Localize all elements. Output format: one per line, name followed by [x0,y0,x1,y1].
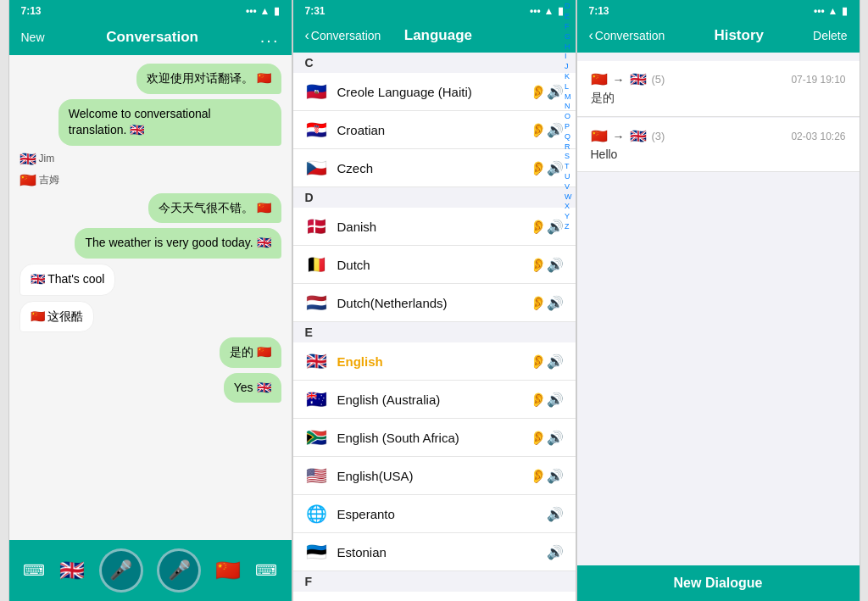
keyboard-right-button[interactable]: ⌨ [255,561,277,580]
section-c: C [293,53,576,73]
listen-icons: 👂🔊 [530,122,564,138]
hist-flags-row: 🇨🇳 → 🇬🇧 (5) 07-19 19:10 [591,71,846,87]
new-dialogue-button[interactable]: New Dialogue [577,565,860,601]
flag-icon: 🇧🇪 [305,254,329,275]
list-item[interactable]: 🇳🇱 Dutch(Netherlands) 👂🔊 [293,284,576,322]
history-list: 🇨🇳 → 🇬🇧 (5) 07-19 19:10 是的 🇨🇳 → 🇬🇧 (3) 0… [577,53,860,601]
name-label-cn: 🇨🇳 吉姆 [19,172,281,188]
hist-date: 07-19 19:10 [791,74,845,86]
signal-icon: ••• [246,5,257,17]
chevron-left-icon: ‹ [305,28,309,43]
listen-icons: 🔊 [547,506,564,522]
listen-icons: 👂🔊 [530,392,564,408]
left-mic-button[interactable]: 🎤 [99,548,143,593]
listen-icons: 👂🔊 [530,295,564,311]
lang-name: Danish [337,220,530,234]
msg-text: Yes [234,381,257,394]
lang-name-selected: English [337,354,530,369]
section-e: E [293,322,576,342]
list-item[interactable]: 🇧🇪 Dutch 👂🔊 [293,246,576,284]
lang-name: Czech [337,161,530,175]
msg-bubble: 🇨🇳 这很酷 [19,301,95,333]
flag-icon: 🇬🇧 [305,351,329,371]
lang-name: Croatian [337,123,530,137]
hist-preview-text: 是的 [591,91,846,106]
lang-name: English (Australia) [337,392,530,407]
status-bar-3: 7:13 ••• ▲ ▮ [577,0,860,20]
msg-bubble: 欢迎使用对话翻译。 🇨🇳 [136,64,281,94]
status-time-1: 7:13 [21,5,42,17]
new-button[interactable]: New [21,31,45,44]
hist-nav-bar: ‹ Conversation History Delete [577,20,860,53]
lang-list: C 🇭🇹 Creole Language (Haiti) 👂🔊 🇭🇷 Croat… [293,53,576,601]
list-item[interactable]: 🇵🇭 Filipino 🔊 [293,592,576,601]
list-item[interactable]: 🌐 Esperanto 🔊 [293,495,576,533]
wifi-icon: ▲ [828,5,838,17]
list-item-english[interactable]: 🇬🇧 English 👂🔊 [293,342,576,381]
user-name: Jim [39,153,55,164]
battery-icon: ▮ [558,5,564,17]
flag-icon: 🇨🇿 [305,158,329,178]
status-icons-2: ••• ▲ ▮ [530,5,564,17]
msg-text: 今天天气很不错。 [159,201,253,214]
more-button[interactable]: ... [260,27,280,47]
lang-name: Estonian [337,545,547,559]
flag-icon: 🌐 [305,504,329,524]
listen-icons: 👂🔊 [530,257,564,273]
lang-nav-title: Language [404,27,472,44]
list-item[interactable]: 🇦🇺 English (Australia) 👂🔊 [293,381,576,419]
msg-bubble: 今天天气很不错。 🇨🇳 [148,193,281,224]
msg-bubble: 是的 🇨🇳 [220,337,281,368]
conv-messages: 欢迎使用对话翻译。 🇨🇳 Welcome to conversational t… [9,55,292,540]
flag-icon: 🇬🇧 [257,236,271,249]
status-bar-1: 7:13 ••• ▲ ▮ [9,0,292,20]
flag-icon: 🇭🇹 [305,81,329,102]
flag-icon: 🇬🇧 [130,123,144,136]
list-item[interactable]: 🇩🇰 Danish 👂🔊 [293,208,576,246]
arrow-icon: → [613,73,625,86]
history-item-1[interactable]: 🇨🇳 → 🇬🇧 (5) 07-19 19:10 是的 [577,61,860,117]
listen-icons: 👂🔊 [530,353,564,370]
list-item[interactable]: 🇨🇿 Czech 👂🔊 [293,149,576,187]
hist-flags-row: 🇨🇳 → 🇬🇧 (3) 02-03 10:26 [591,128,846,144]
list-item[interactable]: 🇭🇷 Croatian 👂🔊 [293,111,576,149]
flag-icon: 🇨🇳 [31,309,48,323]
flag-icon: 🇨🇳 [19,172,36,188]
list-item[interactable]: 🇺🇸 English(USA) 👂🔊 [293,457,576,495]
chevron-left-icon: ‹ [589,28,593,43]
mic-icon-2: 🎤 [168,559,191,582]
hist-back-label: Conversation [595,29,665,42]
flag-icon: 🇨🇳 [257,201,271,214]
list-item[interactable]: 🇪🇪 Estonian 🔊 [293,533,576,571]
flag-icon: 🇿🇦 [305,427,329,448]
hist-preview-text: Hello [591,147,846,161]
section-f: F [293,571,576,592]
status-time-3: 7:13 [589,5,609,17]
hist-nav-title: History [714,27,764,44]
flag-icon: 🇳🇱 [305,292,329,313]
signal-icon: ••• [530,5,541,17]
right-flag-button[interactable]: 🇨🇳 [215,559,241,582]
hist-date: 02-03 10:26 [791,131,845,142]
flag-icon: 🇬🇧 [19,151,36,167]
flag-icon: 🇩🇰 [305,216,329,237]
signal-icon: ••• [814,5,825,17]
list-item[interactable]: 🇭🇹 Creole Language (Haiti) 👂🔊 [293,73,576,111]
left-flag-button[interactable]: 🇬🇧 [59,559,85,582]
lang-name: Creole Language (Haiti) [337,85,530,99]
flag-icon: 🇪🇪 [305,542,329,562]
right-mic-button[interactable]: 🎤 [157,548,201,593]
delete-button[interactable]: Delete [813,29,847,42]
flag-icon: 🇬🇧 [31,272,48,286]
msg-bubble: The weather is very good today. 🇬🇧 [75,228,281,259]
listen-icons: 🔊 [547,544,564,560]
keyboard-left-button[interactable]: ⌨ [23,561,45,580]
lang-back-button[interactable]: ‹ Conversation [305,28,381,43]
history-item-2[interactable]: 🇨🇳 → 🇬🇧 (3) 02-03 10:26 Hello [577,118,860,172]
hist-back-button[interactable]: ‹ Conversation [589,28,665,43]
list-item[interactable]: 🇿🇦 English (South Africa) 👂🔊 [293,419,576,457]
alphabet-index[interactable]: A B C D E F G H I J K L M N O P Q R S T … [565,0,574,231]
flag-icon: 🇦🇺 [305,389,329,409]
conv-nav-bar: New Conversation ... [9,20,292,55]
mic-icon: 🎤 [109,559,132,582]
